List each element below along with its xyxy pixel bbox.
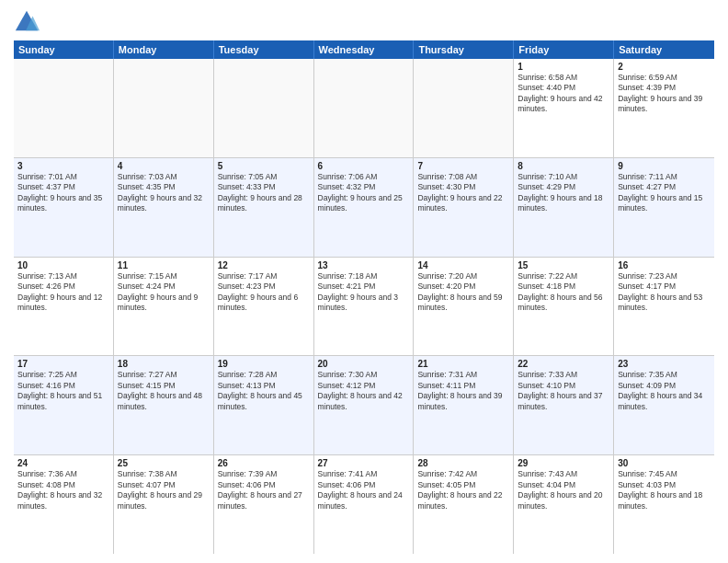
cell-info: Sunrise: 7:41 AM Sunset: 4:06 PM Dayligh… [318, 469, 410, 511]
calendar-cell-0-4 [414, 59, 514, 157]
calendar-cell-4-5: 29Sunrise: 7:43 AM Sunset: 4:04 PM Dayli… [514, 455, 614, 554]
calendar-row-3: 17Sunrise: 7:25 AM Sunset: 4:16 PM Dayli… [14, 356, 714, 455]
cell-info: Sunrise: 7:42 AM Sunset: 4:05 PM Dayligh… [417, 469, 509, 511]
calendar-cell-4-4: 28Sunrise: 7:42 AM Sunset: 4:05 PM Dayli… [414, 455, 514, 554]
day-number: 3 [17, 161, 109, 171]
day-number: 26 [218, 458, 310, 468]
day-number: 19 [218, 359, 310, 369]
day-number: 23 [618, 359, 711, 369]
cell-info: Sunrise: 7:13 AM Sunset: 4:26 PM Dayligh… [17, 271, 109, 314]
day-number: 29 [518, 458, 609, 468]
day-number: 7 [417, 161, 509, 171]
cell-info: Sunrise: 7:11 AM Sunset: 4:27 PM Dayligh… [618, 172, 711, 214]
cell-info: Sunrise: 7:20 AM Sunset: 4:20 PM Dayligh… [417, 271, 509, 314]
day-number: 10 [17, 260, 109, 270]
day-number: 21 [417, 359, 509, 369]
cell-info: Sunrise: 7:17 AM Sunset: 4:23 PM Dayligh… [218, 271, 310, 314]
calendar-cell-0-3 [314, 59, 415, 157]
cell-info: Sunrise: 7:35 AM Sunset: 4:09 PM Dayligh… [618, 370, 711, 412]
calendar-cell-4-1: 25Sunrise: 7:38 AM Sunset: 4:07 PM Dayli… [114, 455, 214, 554]
cell-info: Sunrise: 7:06 AM Sunset: 4:32 PM Dayligh… [318, 172, 410, 214]
day-number: 6 [318, 161, 410, 171]
header-day-saturday: Saturday [614, 40, 714, 59]
day-number: 24 [17, 458, 109, 468]
header-day-sunday: Sunday [14, 40, 114, 59]
page-header [14, 9, 714, 35]
calendar-cell-3-2: 19Sunrise: 7:28 AM Sunset: 4:13 PM Dayli… [214, 356, 314, 454]
calendar-cell-1-0: 3Sunrise: 7:01 AM Sunset: 4:37 PM Daylig… [14, 158, 114, 257]
calendar-page: SundayMondayTuesdayWednesdayThursdayFrid… [0, 0, 728, 563]
calendar-body: 1Sunrise: 6:58 AM Sunset: 4:40 PM Daylig… [14, 59, 714, 554]
day-number: 25 [118, 458, 210, 468]
header-day-friday: Friday [514, 40, 614, 59]
calendar-cell-3-4: 21Sunrise: 7:31 AM Sunset: 4:11 PM Dayli… [414, 356, 514, 454]
cell-info: Sunrise: 7:30 AM Sunset: 4:12 PM Dayligh… [318, 370, 410, 412]
cell-info: Sunrise: 7:03 AM Sunset: 4:35 PM Dayligh… [118, 172, 210, 214]
cell-info: Sunrise: 7:33 AM Sunset: 4:10 PM Dayligh… [518, 370, 609, 412]
cell-info: Sunrise: 7:38 AM Sunset: 4:07 PM Dayligh… [118, 469, 210, 511]
cell-info: Sunrise: 7:39 AM Sunset: 4:06 PM Dayligh… [218, 469, 310, 511]
calendar-cell-3-0: 17Sunrise: 7:25 AM Sunset: 4:16 PM Dayli… [14, 356, 114, 454]
day-number: 30 [618, 458, 711, 468]
calendar-cell-1-5: 8Sunrise: 7:10 AM Sunset: 4:29 PM Daylig… [514, 158, 614, 257]
cell-info: Sunrise: 7:08 AM Sunset: 4:30 PM Dayligh… [417, 172, 509, 214]
day-number: 16 [618, 260, 711, 270]
calendar-cell-1-2: 5Sunrise: 7:05 AM Sunset: 4:33 PM Daylig… [214, 158, 314, 257]
day-number: 27 [318, 458, 410, 468]
calendar-cell-0-1 [114, 59, 214, 157]
calendar-cell-4-6: 30Sunrise: 7:45 AM Sunset: 4:03 PM Dayli… [614, 455, 714, 554]
calendar-cell-3-5: 22Sunrise: 7:33 AM Sunset: 4:10 PM Dayli… [514, 356, 614, 454]
calendar-row-0: 1Sunrise: 6:58 AM Sunset: 4:40 PM Daylig… [14, 59, 714, 158]
calendar-cell-0-2 [214, 59, 314, 157]
cell-info: Sunrise: 7:45 AM Sunset: 4:03 PM Dayligh… [618, 469, 711, 511]
day-number: 5 [218, 161, 310, 171]
calendar-cell-3-1: 18Sunrise: 7:27 AM Sunset: 4:15 PM Dayli… [114, 356, 214, 454]
cell-info: Sunrise: 7:22 AM Sunset: 4:18 PM Dayligh… [518, 271, 609, 314]
cell-info: Sunrise: 7:25 AM Sunset: 4:16 PM Dayligh… [17, 370, 109, 412]
cell-info: Sunrise: 6:59 AM Sunset: 4:39 PM Dayligh… [618, 73, 711, 115]
cell-info: Sunrise: 7:23 AM Sunset: 4:17 PM Dayligh… [618, 271, 711, 314]
calendar-cell-2-1: 11Sunrise: 7:15 AM Sunset: 4:24 PM Dayli… [114, 258, 214, 356]
calendar-cell-2-4: 14Sunrise: 7:20 AM Sunset: 4:20 PM Dayli… [414, 258, 514, 356]
header-day-monday: Monday [114, 40, 214, 59]
day-number: 1 [518, 62, 609, 72]
calendar-cell-0-5: 1Sunrise: 6:58 AM Sunset: 4:40 PM Daylig… [514, 59, 614, 157]
calendar-cell-1-4: 7Sunrise: 7:08 AM Sunset: 4:30 PM Daylig… [414, 158, 514, 257]
day-number: 22 [518, 359, 609, 369]
day-number: 14 [417, 260, 509, 270]
header-day-tuesday: Tuesday [214, 40, 314, 59]
day-number: 11 [118, 260, 210, 270]
calendar-cell-3-6: 23Sunrise: 7:35 AM Sunset: 4:09 PM Dayli… [614, 356, 714, 454]
day-number: 20 [318, 359, 410, 369]
calendar-cell-2-3: 13Sunrise: 7:18 AM Sunset: 4:21 PM Dayli… [314, 258, 415, 356]
cell-info: Sunrise: 7:31 AM Sunset: 4:11 PM Dayligh… [417, 370, 509, 412]
cell-info: Sunrise: 7:01 AM Sunset: 4:37 PM Dayligh… [17, 172, 109, 214]
cell-info: Sunrise: 7:43 AM Sunset: 4:04 PM Dayligh… [518, 469, 609, 511]
calendar-cell-2-2: 12Sunrise: 7:17 AM Sunset: 4:23 PM Dayli… [214, 258, 314, 356]
cell-info: Sunrise: 7:36 AM Sunset: 4:08 PM Dayligh… [17, 469, 109, 511]
calendar-cell-1-3: 6Sunrise: 7:06 AM Sunset: 4:32 PM Daylig… [314, 158, 415, 257]
day-number: 28 [417, 458, 509, 468]
logo [14, 9, 43, 35]
calendar-row-2: 10Sunrise: 7:13 AM Sunset: 4:26 PM Dayli… [14, 258, 714, 357]
calendar-cell-4-2: 26Sunrise: 7:39 AM Sunset: 4:06 PM Dayli… [214, 455, 314, 554]
header-day-wednesday: Wednesday [314, 40, 415, 59]
calendar-cell-1-1: 4Sunrise: 7:03 AM Sunset: 4:35 PM Daylig… [114, 158, 214, 257]
cell-info: Sunrise: 7:27 AM Sunset: 4:15 PM Dayligh… [118, 370, 210, 412]
day-number: 2 [618, 62, 711, 72]
header-day-thursday: Thursday [414, 40, 514, 59]
cell-info: Sunrise: 7:05 AM Sunset: 4:33 PM Dayligh… [218, 172, 310, 214]
day-number: 18 [118, 359, 210, 369]
calendar-row-4: 24Sunrise: 7:36 AM Sunset: 4:08 PM Dayli… [14, 455, 714, 554]
calendar-cell-0-6: 2Sunrise: 6:59 AM Sunset: 4:39 PM Daylig… [614, 59, 714, 157]
calendar-cell-4-3: 27Sunrise: 7:41 AM Sunset: 4:06 PM Dayli… [314, 455, 415, 554]
day-number: 15 [518, 260, 609, 270]
day-number: 8 [518, 161, 609, 171]
day-number: 17 [17, 359, 109, 369]
cell-info: Sunrise: 7:28 AM Sunset: 4:13 PM Dayligh… [218, 370, 310, 412]
calendar-cell-0-0 [14, 59, 114, 157]
cell-info: Sunrise: 6:58 AM Sunset: 4:40 PM Dayligh… [518, 73, 609, 115]
calendar: SundayMondayTuesdayWednesdayThursdayFrid… [14, 40, 714, 554]
calendar-cell-4-0: 24Sunrise: 7:36 AM Sunset: 4:08 PM Dayli… [14, 455, 114, 554]
cell-info: Sunrise: 7:18 AM Sunset: 4:21 PM Dayligh… [318, 271, 410, 314]
